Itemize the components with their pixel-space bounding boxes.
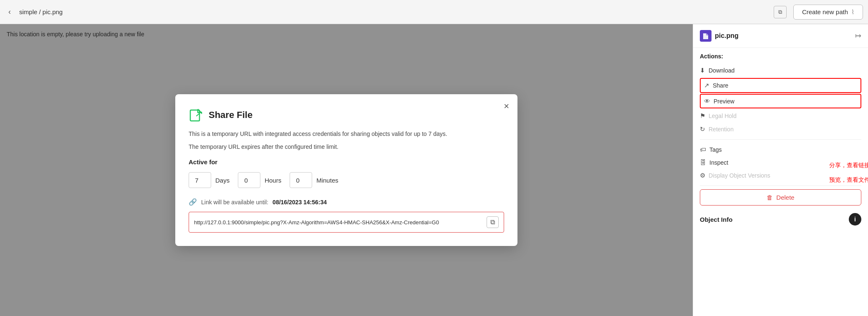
share-icon: ↗ [704,82,709,89]
action-inspect[interactable]: 🗄 Inspect [700,156,861,169]
preview-icon: 👁 [704,98,710,105]
days-field: Days [189,172,230,188]
main-layout: This location is empty, please try uploa… [0,24,868,316]
retention-icon: ↻ [700,125,705,133]
back-button[interactable]: ‹ [5,6,14,18]
minutes-unit: Minutes [316,177,338,184]
modal-title-row: Share File [189,108,504,123]
breadcrumb: simple / pic.png [19,8,774,15]
days-input[interactable] [189,172,211,188]
sidebar-header: pic.png ↦ [693,24,868,48]
create-path-icon: ⌇ [851,8,854,16]
minutes-field: Minutes [290,172,338,188]
share-file-modal: × Share File This is a temporary URL wi [175,94,517,246]
minutes-input[interactable] [290,172,312,188]
action-display-versions: ⚙ Display Object Versions [700,169,861,182]
action-tags-label: Tags [709,146,722,153]
object-info-row: Object Info i [700,209,861,230]
action-preview[interactable]: 👁 Preview [700,94,861,108]
action-retention: ↻ Retention [700,123,861,136]
action-download-label: Download [709,67,734,74]
link-until-value: 08/16/2023 14:56:34 [273,199,327,206]
share-url: http://127.0.0.1:9000/simple/pic.png?X-A… [194,219,483,226]
sidebar: pic.png ↦ Actions: ⬇ Download ↗ Share 👁 … [693,24,868,316]
create-path-label: Create new path [802,8,848,15]
action-legal-hold-label: Legal Hold [709,113,737,119]
link-until-label: Link will be available until: [201,199,268,206]
versions-icon: ⚙ [700,172,705,179]
copy-url-button[interactable]: ⧉ [487,216,499,228]
object-info-icon[interactable]: i [849,213,861,226]
sidebar-title-row: pic.png [700,30,739,42]
days-unit: Days [215,177,230,184]
action-inspect-label: Inspect [709,159,728,166]
copy-icon: ⧉ [778,9,782,15]
create-path-button[interactable]: Create new path ⌇ [793,5,863,20]
modal-description1: This is a temporary URL with integrated … [189,129,504,138]
action-share-label: Share [713,82,728,89]
sidebar-filename: pic.png [715,32,739,40]
divider2 [700,186,861,186]
top-bar: ‹ simple / pic.png ⧉ Create new path ⌇ [0,0,868,24]
file-type-icon [700,30,712,42]
action-legal-hold: ⚑ Legal Hold [700,109,861,123]
chain-icon: 🔗 [189,198,197,206]
url-box: http://127.0.0.1:9000/simple/pic.png?X-A… [189,212,504,233]
delete-icon: 🗑 [767,194,773,201]
action-preview-label: Preview [714,98,734,105]
download-icon: ⬇ [700,67,705,74]
copy-path-button[interactable]: ⧉ [774,6,787,18]
delete-button[interactable]: 🗑 Delete [700,189,861,206]
action-download[interactable]: ⬇ Download [700,64,861,77]
inspect-icon: 🗄 [700,159,706,166]
action-display-versions-label: Display Object Versions [709,172,770,179]
delete-label: Delete [776,194,794,201]
content-area: This location is empty, please try uploa… [0,24,693,316]
actions-label: Actions: [700,53,861,60]
action-tags[interactable]: 🏷 Tags [700,143,861,156]
hours-unit: Hours [265,177,281,184]
modal-overlay: × Share File This is a temporary URL wi [0,24,693,316]
object-info-label: Object Info [700,216,732,223]
modal-title: Share File [209,110,252,120]
export-button[interactable]: ↦ [855,31,861,40]
legal-hold-icon: ⚑ [700,112,705,120]
tags-icon: 🏷 [700,146,706,153]
hours-input[interactable] [238,172,260,188]
modal-description2: The temporary URL expires after the conf… [189,143,504,150]
sidebar-body: Actions: ⬇ Download ↗ Share 👁 Preview ⚑ … [693,48,868,316]
link-until-row: 🔗 Link will be available until: 08/16/20… [189,198,504,206]
active-for-label: Active for [189,158,504,166]
info-icon-text: i [854,216,856,223]
share-file-icon [189,108,204,123]
time-inputs: Days Hours Minutes [189,172,504,188]
action-share[interactable]: ↗ Share [700,78,861,93]
divider1 [700,139,861,140]
modal-close-button[interactable]: × [504,101,509,112]
action-retention-label: Retention [709,126,734,133]
hours-field: Hours [238,172,281,188]
